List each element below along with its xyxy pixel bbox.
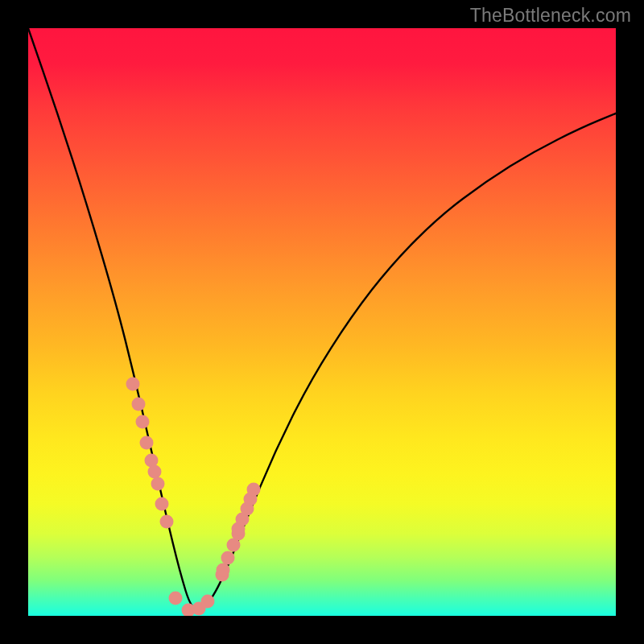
sample-dot: [140, 436, 154, 449]
sample-dot: [200, 594, 214, 608]
sample-dot: [126, 377, 139, 390]
sample-dot: [160, 515, 174, 529]
sample-dot: [135, 415, 149, 429]
sample-dot: [155, 497, 169, 511]
sample-dot: [247, 483, 261, 497]
outer-frame: TheBottleneck.com: [0, 0, 644, 644]
sample-dot: [217, 564, 230, 577]
sample-dot: [151, 477, 164, 490]
sample-dot: [226, 539, 240, 552]
sample-dot: [131, 398, 145, 411]
curve-svg: [28, 28, 616, 616]
sample-dot: [168, 592, 182, 605]
plot-area: [28, 28, 616, 616]
sample-dot: [221, 551, 235, 565]
bottleneck-curve: [28, 28, 616, 610]
watermark-text: TheBottleneck.com: [470, 5, 631, 27]
